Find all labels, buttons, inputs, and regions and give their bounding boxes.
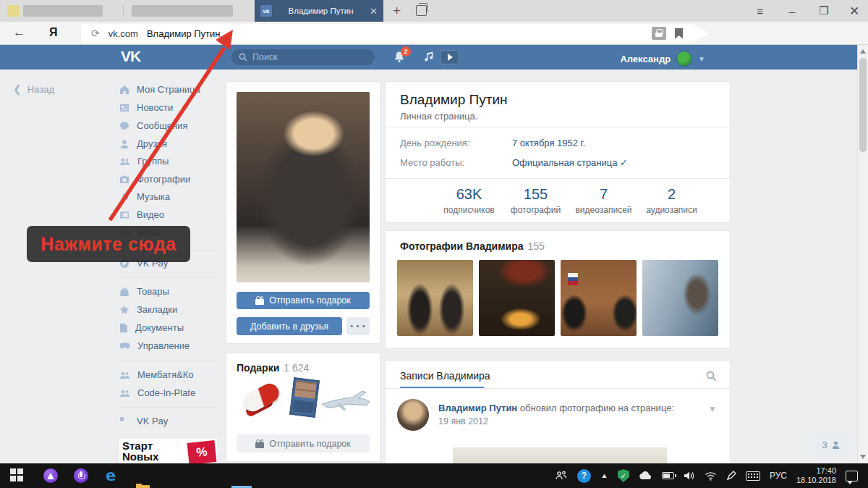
- person-icon: [831, 440, 841, 450]
- header-user-menu[interactable]: Александр ▼: [620, 51, 705, 67]
- sidebar-item-video[interactable]: Видео: [119, 209, 164, 220]
- notifications-center-icon[interactable]: [846, 471, 858, 481]
- battery-icon[interactable]: [662, 472, 674, 479]
- counter-videos[interactable]: 7 видеозаписей: [569, 186, 638, 215]
- more-actions-button[interactable]: • • •: [346, 317, 370, 335]
- photo-thumb-1[interactable]: [397, 260, 473, 336]
- people-icon[interactable]: [555, 471, 568, 481]
- new-tab-button[interactable]: +: [393, 3, 401, 19]
- file-explorer-icon[interactable]: [136, 483, 150, 488]
- sidebar-item-friends[interactable]: Друзья: [119, 138, 167, 149]
- scroll-up-icon[interactable]: [860, 49, 866, 54]
- address-bar: ← Я ⟳ vk.com Владимир Путин 2 SE ↓: [0, 22, 868, 45]
- sidebar-item-messages[interactable]: Сообщения: [119, 120, 188, 131]
- back-icon[interactable]: ←: [13, 25, 25, 40]
- edge-browser-icon[interactable]: e: [106, 468, 120, 483]
- ad-banner[interactable]: Sтарт Nовых %: [119, 439, 217, 463]
- help-icon[interactable]: ?: [577, 469, 591, 483]
- sidebar-item-community-1[interactable]: Мембатя&Ко: [119, 369, 194, 380]
- gift-plane-image[interactable]: [319, 388, 371, 414]
- blurred-tab-2[interactable]: [132, 5, 233, 17]
- post-date[interactable]: 19 янв 2012: [438, 416, 488, 426]
- tab-close-icon[interactable]: ✕: [370, 6, 378, 17]
- photo-thumb-3[interactable]: [561, 260, 637, 336]
- post-author-avatar[interactable]: [397, 399, 429, 431]
- video-icon[interactable]: [440, 50, 459, 64]
- clock[interactable]: 17:40 18.10.2018: [796, 466, 836, 485]
- sidebar-item-manage[interactable]: Управление: [119, 340, 190, 351]
- keyboard-icon[interactable]: [746, 471, 760, 481]
- search-posts-icon[interactable]: [706, 371, 717, 382]
- info-value-work[interactable]: Официальная страница ✓: [512, 157, 628, 168]
- groups-icon: [119, 156, 130, 167]
- post-author-link[interactable]: Владимир Путин: [438, 403, 517, 413]
- lock-icon[interactable]: [652, 27, 666, 40]
- sidebar-item-bookmarks[interactable]: Закладки: [119, 304, 177, 315]
- gifts-title[interactable]: Подарки1 624: [237, 362, 309, 374]
- bookmark-icon[interactable]: [675, 28, 683, 39]
- reload-icon[interactable]: ⟳: [91, 28, 100, 39]
- posts-section-title[interactable]: Записи Владимира: [400, 370, 490, 382]
- system-tray: ? ▲ ✓ РУС 17:40 18.10.2018: [555, 463, 868, 488]
- alice-assistant-icon[interactable]: [43, 468, 58, 483]
- online-friends-badge[interactable]: 3: [812, 432, 851, 458]
- tab-panel-icon[interactable]: [416, 5, 427, 16]
- info-value-birthday[interactable]: 7 октября 1952 г.: [512, 138, 585, 148]
- photos-section-title[interactable]: Фотографии Владимира155: [400, 240, 545, 252]
- tab-title: Владимир Путин: [278, 7, 364, 15]
- start-button[interactable]: [10, 468, 25, 483]
- counter-followers[interactable]: 63K подписчиков: [435, 186, 503, 215]
- volume-icon[interactable]: [684, 471, 695, 481]
- profile-photo[interactable]: [237, 92, 370, 282]
- search-input[interactable]: Поиск: [231, 49, 375, 65]
- close-button[interactable]: ✕: [842, 0, 867, 22]
- sidebar-item-photos[interactable]: Фотографии: [119, 174, 190, 185]
- browser-menu-icon[interactable]: ≡: [748, 0, 773, 22]
- photo-thumb-4[interactable]: [642, 260, 718, 336]
- sidebar-item-music[interactable]: Музыка: [119, 191, 170, 202]
- gift-chocolate-image[interactable]: [289, 377, 320, 418]
- microphone-icon[interactable]: [74, 468, 88, 483]
- wifi-icon[interactable]: [705, 471, 717, 481]
- sidebar-item-community-2[interactable]: Code-In-Plate: [119, 387, 195, 398]
- counter-photos[interactable]: 155 фотографий: [501, 186, 570, 215]
- counter-audios[interactable]: 2 аудиозаписи: [637, 186, 706, 215]
- active-tab[interactable]: vk Владимир Путин ✕: [255, 0, 383, 22]
- post-menu-chevron-icon[interactable]: ▼: [708, 404, 717, 414]
- url-field[interactable]: ⟳ vk.com Владимир Путин: [81, 24, 709, 43]
- security-shield-icon[interactable]: ✓: [618, 469, 629, 482]
- scroll-down-icon[interactable]: [860, 455, 866, 459]
- community-icon: [119, 370, 130, 380]
- annotation-tooltip: Нажмите сюда: [27, 226, 190, 262]
- send-gift-button-2[interactable]: Отправить подарок: [237, 434, 370, 453]
- sidebar-item-my-page[interactable]: Моя Страница: [119, 84, 200, 95]
- vk-back-link[interactable]: ❮ Назад: [13, 83, 54, 95]
- sidebar-divider: [119, 361, 217, 361]
- minimize-button[interactable]: –: [780, 0, 804, 22]
- sidebar-item-market[interactable]: Товары: [119, 286, 169, 297]
- sidebar-item-vkpay-2[interactable]: VK Pay: [119, 416, 168, 426]
- notifications-bell-icon[interactable]: 2: [393, 51, 405, 66]
- vk-logo[interactable]: VK: [121, 48, 140, 65]
- music-icon[interactable]: [423, 51, 434, 65]
- gifts-card: Подарки1 624 Отправить подарок: [226, 353, 380, 462]
- pen-icon[interactable]: [726, 471, 736, 481]
- sidebar-item-groups[interactable]: Группы: [119, 156, 169, 167]
- post-image[interactable]: [453, 447, 667, 464]
- restore-button[interactable]: ❐: [812, 0, 836, 22]
- language-indicator[interactable]: РУС: [770, 471, 787, 481]
- video-icon: [119, 210, 129, 220]
- send-gift-button[interactable]: Отправить подарок: [237, 292, 370, 309]
- blurred-tab-1[interactable]: [23, 5, 103, 17]
- yandex-logo[interactable]: Я: [49, 26, 58, 39]
- add-friend-button[interactable]: Добавить в друзья: [237, 317, 342, 335]
- tray-expand-icon[interactable]: ▲: [600, 472, 608, 479]
- browser-scrollbar[interactable]: [857, 45, 868, 463]
- sidebar-item-news[interactable]: Новости: [119, 102, 173, 113]
- scrollbar-thumb[interactable]: [859, 58, 867, 152]
- cloud-icon[interactable]: [639, 471, 652, 480]
- sidebar-item-documents[interactable]: Документы: [119, 322, 184, 333]
- gift-pill-image[interactable]: [240, 380, 282, 414]
- friend-icon: [119, 139, 129, 149]
- photo-thumb-2[interactable]: [479, 260, 555, 336]
